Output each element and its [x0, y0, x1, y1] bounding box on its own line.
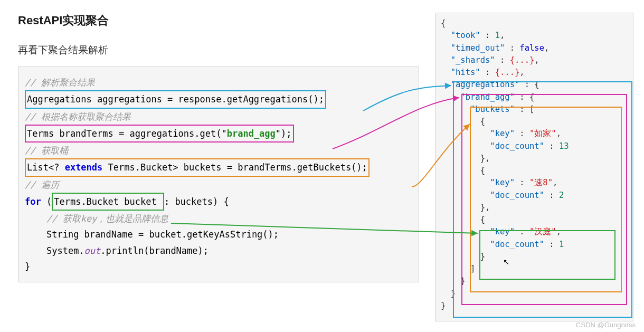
line-close-brace: }	[25, 261, 30, 272]
comment-parse-agg: // 解析聚合结果	[25, 77, 95, 88]
java-code-block: // 解析聚合结果 Aggregations aggregations = re…	[18, 67, 419, 282]
line-get-key-as-string: String brandName = bucket.getKeyAsString…	[46, 229, 279, 240]
line-get-aggregations: Aggregations aggregations = response.get…	[25, 90, 326, 108]
json-took: "took"	[451, 31, 480, 40]
line-println: System.out.println(brandName);	[46, 245, 209, 256]
json-aggregations: "aggregations"	[451, 80, 520, 89]
comment-get-key: // 获取key，也就是品牌信息	[46, 213, 168, 224]
comment-iterate: // 遍历	[25, 179, 59, 190]
line-get-buckets: List<? extends Terms.Bucket> buckets = b…	[25, 158, 370, 176]
json-shards: "_shards"	[451, 55, 495, 65]
json-timed-out: "timed_out"	[451, 43, 505, 53]
comment-get-by-name: // 根据名称获取聚合结果	[25, 111, 131, 122]
line-bucket-var: Terms.Bucket bucket	[52, 193, 164, 211]
line-get-brand-terms: Terms brandTerms = aggregations.get("bra…	[25, 125, 294, 143]
for-keyword: for	[25, 196, 41, 207]
subtitle: 再看下聚合结果解析	[18, 43, 419, 57]
json-buckets: "buckets"	[470, 105, 515, 114]
comment-get-buckets: // 获取桶	[25, 145, 68, 156]
json-hits: "hits"	[451, 68, 480, 77]
json-brand-agg: "brand_agg"	[460, 92, 515, 102]
json-response-block: { "took" : 1, "timed_out" : false, "_sha…	[435, 13, 633, 321]
page-title: RestAPI实现聚合	[18, 13, 419, 29]
watermark: CSDN @Gungnirss	[576, 321, 636, 329]
